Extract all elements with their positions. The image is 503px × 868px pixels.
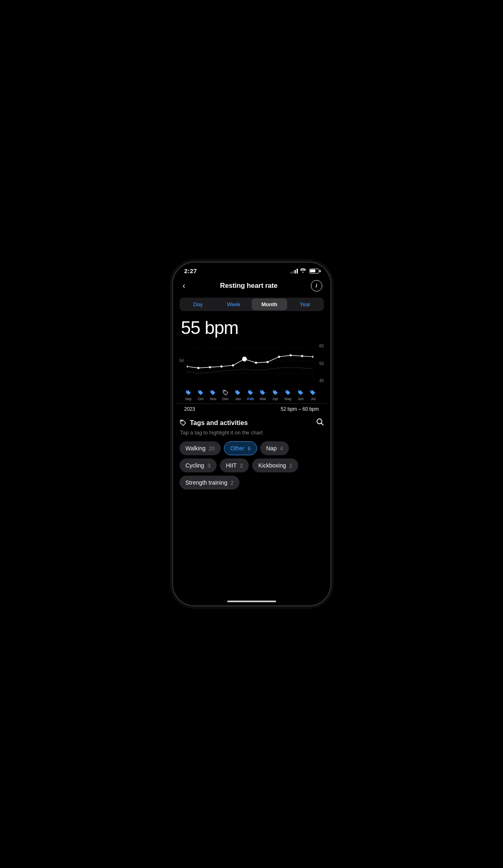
notch [227, 263, 276, 274]
tag-sep-icon [185, 389, 192, 396]
tag-apr-icon [272, 389, 279, 396]
month-jul: Jul [310, 389, 316, 401]
tags-title-row: Tags and activities [179, 419, 248, 427]
tag-cycling-count: 3 [207, 463, 210, 469]
home-indicator [227, 601, 276, 602]
tag-walking[interactable]: Walking 20 [179, 441, 221, 455]
tag-oct-icon [197, 389, 204, 396]
bpm-value: 55 bpm [181, 318, 322, 338]
tag-nov-icon [210, 389, 216, 396]
tag-jul-icon [310, 389, 316, 396]
svg-point-7 [220, 365, 222, 367]
page-title: Resting heart rate [220, 282, 277, 290]
month-nov: Nov [210, 389, 216, 401]
month-dec: Dec [222, 389, 229, 401]
tag-kickboxing[interactable]: Kickboxing 2 [252, 458, 298, 472]
month-feb: Feb [247, 389, 254, 401]
tag-cycling[interactable]: Cycling 3 [179, 458, 217, 472]
tab-month[interactable]: Month [252, 298, 288, 310]
tag-cycling-label: Cycling [186, 462, 204, 469]
tags-section: Tags and activities Tap a tag to highlig… [173, 412, 330, 490]
month-jun: Jun [297, 389, 304, 401]
wifi-icon [300, 268, 307, 274]
y-label-54: 54 [179, 358, 184, 363]
svg-point-6 [209, 366, 211, 368]
month-jan: Jan [235, 389, 241, 401]
month-mar: Mar [259, 389, 266, 401]
bpm-display: 55 bpm [173, 316, 330, 343]
status-time: 2:27 [184, 267, 197, 274]
tags-subtitle: Tap a tag to highlight it on the chart [179, 430, 324, 436]
tag-other-count: 6 [248, 445, 250, 452]
y-label-60: 60 [319, 344, 324, 348]
tag-other[interactable]: Other 6 [224, 441, 257, 455]
tag-may-icon [285, 389, 291, 396]
status-icons [290, 268, 319, 274]
tag-other-label: Other [230, 445, 244, 452]
tag-hiit-label: HIIT [226, 462, 237, 469]
tag-nap-label: Nap [266, 445, 277, 452]
tag-mar-icon [259, 389, 266, 396]
tab-day[interactable]: Day [180, 298, 216, 310]
tag-strength-count: 2 [230, 480, 233, 486]
tag-jan-icon [235, 389, 241, 396]
svg-point-3 [242, 357, 246, 361]
svg-line-16 [321, 423, 323, 425]
svg-point-10 [266, 361, 268, 363]
svg-point-14 [312, 356, 313, 358]
tag-walking-count: 20 [209, 445, 215, 452]
chart-svg [187, 343, 313, 387]
search-button[interactable] [316, 418, 324, 428]
month-oct: Oct [197, 389, 204, 401]
svg-point-12 [290, 354, 292, 356]
month-sep: Sep [185, 389, 192, 401]
svg-point-13 [301, 355, 303, 357]
svg-point-11 [278, 356, 280, 358]
tags-icon [179, 419, 187, 427]
tag-strength-label: Strength training [186, 479, 228, 486]
battery-icon [309, 269, 319, 274]
svg-point-9 [255, 362, 257, 364]
y-label-40: 40 [319, 378, 324, 383]
tag-hiit[interactable]: HIIT 2 [220, 458, 249, 472]
month-labels: Sep Oct Nov Dec Jan [176, 388, 327, 401]
tag-feb-icon [247, 389, 254, 396]
signal-icon [290, 269, 298, 274]
tag-kickboxing-count: 2 [289, 463, 292, 469]
chart-footer: 2023 52 bpm – 60 bpm [176, 403, 327, 412]
info-button[interactable]: i [311, 280, 322, 292]
tags-title: Tags and activities [190, 419, 248, 427]
svg-point-8 [232, 365, 234, 367]
tag-nap-count: 4 [280, 445, 283, 452]
svg-point-4 [187, 365, 188, 367]
tab-year[interactable]: Year [287, 298, 323, 310]
back-button[interactable]: ‹ [181, 279, 187, 292]
tag-dec-icon [222, 389, 229, 396]
month-may: May [284, 389, 291, 401]
tag-kickboxing-label: Kickboxing [258, 462, 286, 469]
chart-year: 2023 [184, 406, 195, 412]
tag-hiit-count: 2 [240, 463, 243, 469]
svg-point-5 [197, 367, 199, 369]
tags-grid: Walking 20 Other 6 Nap 4 Cycling 3 [179, 441, 324, 490]
tab-week[interactable]: Week [216, 298, 252, 310]
tag-nap[interactable]: Nap 4 [260, 441, 289, 455]
heart-rate-chart: 60 50 40 54 [173, 343, 330, 412]
time-period-tabs: Day Week Month Year [179, 298, 324, 311]
chart-range: 52 bpm – 60 bpm [281, 406, 319, 412]
tag-walking-label: Walking [186, 445, 206, 452]
tags-header: Tags and activities [179, 418, 324, 428]
phone-screen: 2:27 ‹ Resting [173, 263, 330, 605]
y-label-50: 50 [319, 361, 324, 366]
phone-frame: 2:27 ‹ Resting [172, 262, 331, 606]
month-apr: Apr [272, 389, 279, 401]
nav-header: ‹ Resting heart rate i [173, 276, 330, 296]
tag-strength-training[interactable]: Strength training 2 [179, 476, 240, 490]
tag-jun-icon [297, 389, 304, 396]
